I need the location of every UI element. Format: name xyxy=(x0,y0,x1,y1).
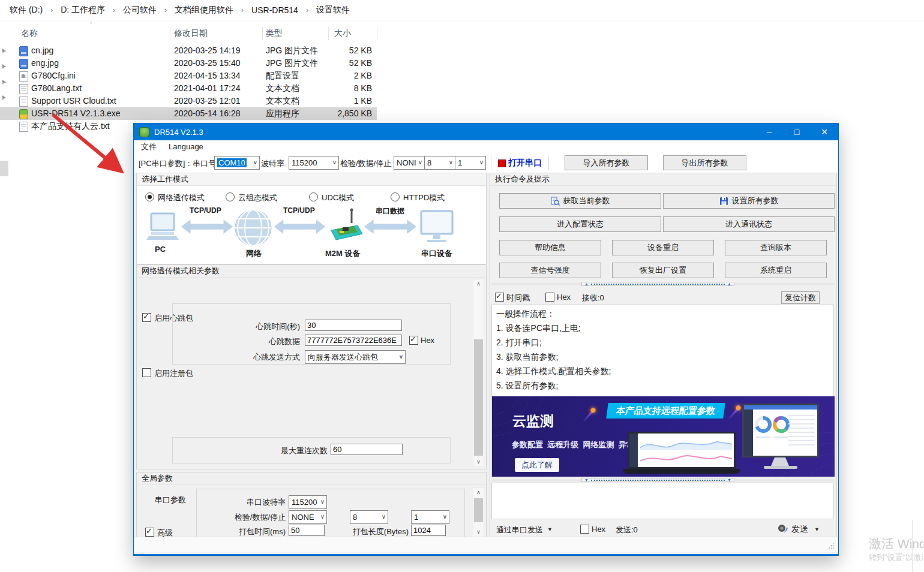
breadcrumb-item[interactable]: USR-DR514 xyxy=(251,5,298,15)
send-toolbar: 通过串口发送 ▼ Hex 发送:0 发送 ▼ xyxy=(491,522,834,537)
enter-comm-state-button[interactable]: 进入通讯状态 xyxy=(663,216,835,232)
com-port-select[interactable]: COM10 xyxy=(214,156,260,170)
databits-select[interactable]: 8 xyxy=(424,156,455,170)
gp-stopbits-select[interactable]: 1 xyxy=(411,510,449,524)
file-row[interactable]: USR-DR514 V2.1.3.exe2020-05-14 16:28应用程序… xyxy=(0,107,377,120)
check-signal-button[interactable]: 查信号强度 xyxy=(499,263,601,278)
gp-databits-select[interactable]: 8 xyxy=(350,510,388,524)
close-button[interactable]: ✕ xyxy=(811,124,838,140)
file-name: eng.jpg xyxy=(31,58,59,68)
gp-baud-select[interactable]: 115200 xyxy=(289,495,327,509)
recv-hex-checkbox[interactable] xyxy=(545,293,554,302)
breadcrumb-item[interactable]: D: 工作程序 xyxy=(61,5,105,16)
hb-mode-select[interactable]: 向服务器发送心跳包 xyxy=(305,350,406,364)
file-row[interactable]: cn.jpg2020-03-25 14:19JPG 图片文件52 KB xyxy=(0,44,377,57)
file-row[interactable]: eng.jpg2020-03-25 15:40JPG 图片文件52 KB xyxy=(0,57,377,70)
nav-scrollbar-fragment[interactable] xyxy=(0,161,8,176)
file-row[interactable]: G780Lang.txt2021-04-01 17:24文本文档8 KB xyxy=(0,82,377,95)
send-splitter[interactable]: ▼ ▼ xyxy=(491,477,834,483)
network-globe-icon xyxy=(234,209,272,247)
device-restart-button[interactable]: 设备重启 xyxy=(612,240,714,255)
global-params-scrollbar[interactable]: ∧ ∨ xyxy=(473,487,484,537)
radio-icon[interactable] xyxy=(391,192,400,201)
help-info-button[interactable]: 帮助信息 xyxy=(499,240,601,255)
file-list-header: 名称 修改日期 类型 大小 xyxy=(0,27,384,40)
receive-area[interactable]: 一般操作流程：1. 设备连PC串口,上电;2. 打开串口;3. 获取当前参数;4… xyxy=(491,305,834,477)
file-row[interactable]: G780Cfg.ini2024-04-15 13:34配置设置2 KB xyxy=(0,70,377,82)
receive-splitter[interactable]: ▲ ▲ xyxy=(491,281,834,287)
splitter-handle[interactable]: ▲ ▲ xyxy=(581,282,734,286)
timestamp-checkbox[interactable] xyxy=(495,293,504,302)
scroll-thumb[interactable] xyxy=(474,339,483,456)
net-params-header: 网络透传模式相关参数 xyxy=(137,265,486,278)
stopbits-select[interactable]: 1 xyxy=(455,156,486,170)
system-restart-button[interactable]: 系统重启 xyxy=(725,263,827,278)
scroll-down-icon[interactable]: ∨ xyxy=(473,528,484,537)
hb-hex-checkbox[interactable] xyxy=(409,336,418,345)
radio-icon[interactable] xyxy=(226,192,235,201)
enable-register-checkbox[interactable] xyxy=(142,368,151,377)
scroll-thumb[interactable] xyxy=(474,498,483,522)
heartbeat-fieldbox: 心跳时间(秒) 心跳数据 Hex 心跳发送方式 向服务器发送心跳包 xyxy=(172,303,451,365)
breadcrumb-item[interactable]: 设置软件 xyxy=(316,5,350,16)
column-size[interactable]: 大小 xyxy=(334,28,351,39)
menu-file[interactable]: 文件 xyxy=(141,142,157,152)
enable-heartbeat-checkbox[interactable] xyxy=(142,313,151,322)
maximize-button[interactable]: □ xyxy=(783,124,811,140)
send-via-label[interactable]: 通过串口发送 xyxy=(496,525,543,535)
hb-data-input[interactable] xyxy=(305,335,402,346)
breadcrumb-item[interactable]: 文档组使用软件 xyxy=(175,5,233,16)
mode-radio-3[interactable]: HTTPD模式 xyxy=(391,192,445,203)
file-row[interactable]: Support USR Cloud.txt2020-03-25 12:01文本文… xyxy=(0,95,377,107)
column-divider[interactable] xyxy=(377,27,377,40)
export-params-button[interactable]: 导出所有参数 xyxy=(663,155,746,170)
get-current-params-button[interactable]: 获取当前参数 xyxy=(499,193,661,209)
mode-radio-1[interactable]: 云组态模式 xyxy=(226,192,277,203)
splitter-handle[interactable]: ▼ ▼ xyxy=(581,478,734,482)
advanced-checkbox[interactable] xyxy=(145,528,154,537)
factory-reset-button[interactable]: 恢复出厂设置 xyxy=(612,263,714,278)
resize-grip[interactable] xyxy=(828,543,834,549)
breadcrumb-item[interactable]: 软件 (D:) xyxy=(10,5,43,16)
cmd-button-label: 帮助信息 xyxy=(535,242,566,253)
radio-icon[interactable] xyxy=(145,192,154,201)
pc-icon xyxy=(145,212,180,242)
open-port-button[interactable]: 打开串口 xyxy=(508,158,542,168)
column-date[interactable]: 修改日期 xyxy=(174,28,208,39)
scroll-up-icon[interactable]: ∧ xyxy=(473,279,484,288)
gp-parity-select[interactable]: NONE xyxy=(289,510,327,524)
send-via-caret-icon[interactable]: ▼ xyxy=(547,526,553,532)
scroll-down-icon[interactable]: ∨ xyxy=(473,457,484,466)
send-button[interactable]: 发送 xyxy=(791,524,808,535)
pack-len-input[interactable] xyxy=(411,525,446,536)
menu-language[interactable]: Language xyxy=(169,142,203,151)
query-version-button[interactable]: 查询版本 xyxy=(725,240,827,255)
radio-icon[interactable] xyxy=(309,192,318,201)
column-divider[interactable] xyxy=(262,27,263,40)
reset-count-button[interactable]: 复位计数 xyxy=(781,291,820,304)
column-divider[interactable] xyxy=(328,27,329,40)
breadcrumb-item[interactable]: 公司软件 xyxy=(123,5,157,16)
cloud-banner[interactable]: 云监测 参数配置 远程升级 网络监测 异常报警 本产品支持远程配置参数 点此了解 xyxy=(492,396,835,477)
mode-radio-0[interactable]: 网络透传模式 xyxy=(145,192,205,203)
send-hex-checkbox[interactable] xyxy=(580,525,589,534)
enter-config-state-button[interactable]: 进入配置状态 xyxy=(499,216,661,232)
set-all-params-button[interactable]: 设置所有参数 xyxy=(663,193,835,209)
banner-cta-button[interactable]: 点此了解 xyxy=(515,458,559,472)
net-params-scrollbar[interactable]: ∧ ∨ xyxy=(473,279,484,467)
minimize-button[interactable]: – xyxy=(755,124,783,140)
hb-time-input[interactable] xyxy=(305,320,402,331)
column-divider[interactable] xyxy=(170,27,170,40)
max-reconnect-input[interactable] xyxy=(331,444,403,455)
parity-select[interactable]: NONI xyxy=(394,156,425,170)
import-params-button[interactable]: 导入所有参数 xyxy=(565,155,648,170)
scroll-up-icon[interactable]: ∧ xyxy=(473,488,484,497)
send-options-caret-icon[interactable]: ▼ xyxy=(814,526,820,532)
send-input-area[interactable] xyxy=(491,483,834,519)
mode-radio-2[interactable]: UDC模式 xyxy=(309,192,354,203)
cmd-button-label: 设置所有参数 xyxy=(732,195,779,206)
title-bar[interactable]: DR514 V2.1.3 – □ ✕ xyxy=(134,124,838,140)
baud-select[interactable]: 115200 xyxy=(289,156,339,170)
column-name[interactable]: 名称 xyxy=(21,28,38,39)
column-type[interactable]: 类型 xyxy=(266,28,283,39)
